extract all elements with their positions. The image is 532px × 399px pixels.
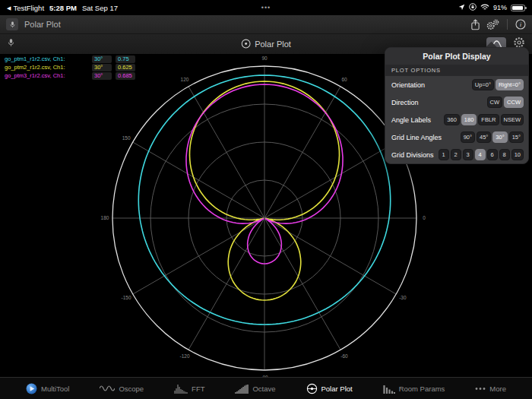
popover-row-grid-line-angles: Grid Line Angles90°45°30°15° bbox=[385, 128, 528, 146]
popover-title: Polar Plot Display bbox=[385, 48, 528, 65]
back-to-testflight-button[interactable]: ◀ TestFlight bbox=[7, 4, 44, 12]
grid-divisions-option-6[interactable]: 6 bbox=[487, 149, 498, 160]
orientation-option-up-0[interactable]: Up=0° bbox=[472, 79, 494, 90]
grid-divisions-option-4[interactable]: 4 bbox=[475, 149, 486, 160]
popover-row-label: Direction bbox=[391, 99, 419, 106]
grid-divisions-option-2[interactable]: 2 bbox=[451, 149, 461, 160]
share-icon[interactable] bbox=[470, 19, 480, 30]
direction-segmented-control: CWCCW bbox=[487, 97, 524, 108]
grid-line-angles-option-45[interactable]: 45° bbox=[477, 131, 491, 143]
fft-icon bbox=[174, 384, 188, 394]
status-left: ◀ TestFlight 5:28 PM Sat Sep 17 bbox=[7, 4, 118, 12]
nav-divider bbox=[507, 19, 508, 30]
tab-bar: MultiToolOscopeFFTOctavePolar PlotRoom P… bbox=[0, 377, 532, 399]
room-icon bbox=[383, 384, 395, 394]
legend-level-value: 0.75 bbox=[116, 55, 135, 63]
angle-labels-option-fblr[interactable]: FBLR bbox=[478, 114, 499, 125]
grid-line-angles-option-90[interactable]: 90° bbox=[461, 131, 475, 143]
popover-rows: OrientationUp=0°Right=0°DirectionCWCCWAn… bbox=[385, 76, 528, 163]
grid-divisions-option-3[interactable]: 3 bbox=[463, 149, 473, 160]
nav-bar: Polar Plot i bbox=[0, 15, 532, 34]
popover-row-direction: DirectionCWCCW bbox=[385, 93, 528, 111]
tab-oscope[interactable]: Oscope bbox=[100, 384, 144, 393]
legend-row-2[interactable]: go_ptm2_r1r2.csv, Ch1:30°0.625 bbox=[5, 64, 135, 71]
angle-labels-option-nsew[interactable]: NSEW bbox=[501, 114, 524, 125]
tab-label: MultiTool bbox=[41, 385, 70, 393]
polar-plot-display-popover: Polar Plot Display PLOT OPTIONS Orientat… bbox=[385, 47, 529, 164]
orientation-segmented-control: Up=0°Right=0° bbox=[472, 79, 524, 90]
popover-row-label: Angle Labels bbox=[391, 116, 431, 124]
svg-text:i: i bbox=[520, 21, 522, 28]
popover-section-header: PLOT OPTIONS bbox=[385, 65, 528, 76]
popover-row-label: Grid Divisions bbox=[391, 151, 434, 159]
info-icon[interactable]: i bbox=[515, 19, 526, 30]
tab-label: Oscope bbox=[119, 385, 144, 393]
polar-plot-icon bbox=[241, 39, 251, 50]
grid-divisions-option-8[interactable]: 8 bbox=[499, 149, 510, 160]
direction-option-cw[interactable]: CW bbox=[487, 97, 503, 108]
grid-divisions-segmented-control: 12346810 bbox=[439, 149, 524, 160]
legend-series-name: go_ptm3_r1r2.csv, Ch1: bbox=[5, 72, 88, 80]
svg-text:180: 180 bbox=[101, 215, 109, 220]
angle-labels-segmented-control: 360180FBLRNSEW bbox=[444, 114, 524, 125]
tab-label: FFT bbox=[192, 385, 204, 393]
polar-icon bbox=[306, 383, 318, 394]
nav-title: Polar Plot bbox=[24, 20, 61, 29]
tab-multitool[interactable]: MultiTool bbox=[26, 383, 70, 394]
tab-octave[interactable]: Octave bbox=[235, 384, 275, 394]
settings-gears-icon[interactable] bbox=[486, 19, 499, 30]
svg-text:0: 0 bbox=[423, 215, 426, 220]
direction-option-ccw[interactable]: CCW bbox=[504, 97, 524, 108]
legend-row-3[interactable]: go_ptm3_r1r2.csv, Ch1:30°0.685 bbox=[5, 72, 135, 80]
angle-labels-option-360[interactable]: 360 bbox=[444, 114, 460, 125]
popover-row-orientation: OrientationUp=0°Right=0° bbox=[385, 76, 528, 93]
multitasking-indicator[interactable]: ••• bbox=[261, 4, 271, 11]
grid-divisions-option-10[interactable]: 10 bbox=[511, 149, 524, 160]
legend-series-name: go_ptm1_r1r2.csv, Ch1: bbox=[5, 55, 88, 63]
toolbar-title-group: Polar Plot bbox=[241, 39, 291, 50]
legend-angle-value: 30° bbox=[92, 64, 112, 71]
legend-angle-value: 30° bbox=[92, 55, 112, 63]
orientation-lock-icon bbox=[469, 3, 477, 12]
record-mic-icon[interactable] bbox=[7, 37, 15, 51]
legend-series-name: go_ptm2_r1r2.csv, Ch1: bbox=[5, 64, 88, 71]
battery-icon bbox=[511, 5, 525, 11]
svg-text:-150: -150 bbox=[122, 295, 131, 300]
grid-line-angles-option-30[interactable]: 30° bbox=[492, 131, 507, 143]
svg-text:60: 60 bbox=[341, 77, 347, 82]
tab-room-params[interactable]: Room Params bbox=[383, 384, 445, 394]
legend-row-1[interactable]: go_ptm1_r1r2.csv, Ch1:30°0.75 bbox=[5, 55, 135, 63]
more-icon bbox=[475, 387, 486, 391]
octave-icon bbox=[235, 384, 249, 394]
tab-fft[interactable]: FFT bbox=[174, 384, 204, 394]
toolbar-title: Polar Plot bbox=[255, 40, 291, 49]
input-source-mic-icon[interactable] bbox=[6, 18, 18, 30]
legend-angle-value: 30° bbox=[92, 72, 112, 80]
popover-row-label: Grid Line Angles bbox=[391, 134, 442, 141]
svg-text:150: 150 bbox=[122, 135, 131, 141]
screen: ◀ TestFlight 5:28 PM Sat Sep 17 ••• 91% … bbox=[0, 0, 532, 399]
legend: go_ptm1_r1r2.csv, Ch1:30°0.75go_ptm2_r1r… bbox=[5, 55, 135, 80]
tab-label: Room Params bbox=[399, 385, 445, 393]
angle-labels-option-180[interactable]: 180 bbox=[461, 114, 477, 125]
svg-text:-30: -30 bbox=[399, 295, 407, 300]
popover-row-angle-labels: Angle Labels360180FBLRNSEW bbox=[385, 111, 528, 128]
battery-percent: 91% bbox=[493, 4, 507, 11]
wifi-icon bbox=[480, 4, 489, 12]
back-chevron-icon: ◀ bbox=[7, 5, 11, 11]
tab-polar-plot[interactable]: Polar Plot bbox=[306, 383, 353, 394]
svg-text:-120: -120 bbox=[179, 353, 189, 359]
status-bar: ◀ TestFlight 5:28 PM Sat Sep 17 ••• 91% bbox=[0, 0, 532, 15]
oscope-icon bbox=[100, 384, 115, 393]
multitool-icon bbox=[26, 383, 37, 394]
popover-row-grid-divisions: Grid Divisions12346810 bbox=[385, 146, 528, 163]
status-time: 5:28 PM bbox=[49, 4, 77, 12]
grid-divisions-option-1[interactable]: 1 bbox=[439, 149, 449, 160]
status-date: Sat Sep 17 bbox=[82, 4, 118, 12]
tab-more[interactable]: More bbox=[475, 385, 506, 393]
location-arrow-icon bbox=[458, 4, 465, 12]
orientation-option-right-0[interactable]: Right=0° bbox=[496, 79, 524, 90]
grid-line-angles-option-15[interactable]: 15° bbox=[509, 131, 524, 143]
battery-fill bbox=[512, 6, 523, 10]
legend-level-value: 0.625 bbox=[116, 64, 135, 71]
